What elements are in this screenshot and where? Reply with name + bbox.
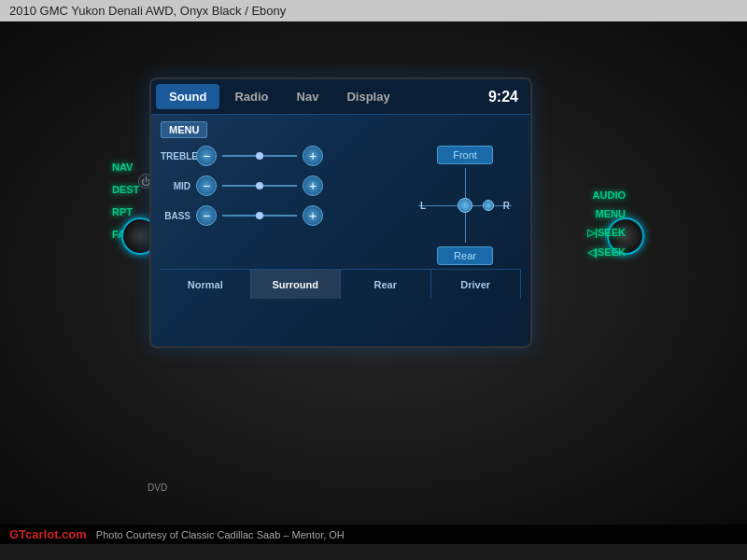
mid-track[interactable] [222,185,297,187]
bottom-tab-rear[interactable]: Rear [341,270,431,299]
bass-minus-button[interactable]: − [196,205,217,226]
balance-cross[interactable]: L R [418,168,512,243]
nav-button[interactable]: NAV [112,161,139,173]
tab-nav[interactable]: Nav [284,84,332,109]
bottom-tab-surround[interactable]: Surround [251,270,342,299]
treble-plus-button[interactable]: + [303,146,323,166]
tab-bar: Sound Radio Nav Display 9:24 [151,79,530,115]
photo-area: ⏻ NAV DEST RPT FAV AUDIO MENU ▷|SEEK ◁|S… [0,21,747,544]
front-button[interactable]: Front [437,146,493,164]
rear-button[interactable]: Rear [437,246,493,265]
top-bar: 2010 GMC Yukon Denali AWD, Onyx Black / … [0,0,747,21]
balance-dot[interactable] [458,198,472,213]
tab-radio[interactable]: Radio [221,84,281,109]
mid-row: MID − + [161,175,402,196]
treble-minus-button[interactable]: − [196,146,217,166]
balance-fade-area: Front L R Rear [409,146,521,265]
bass-row: BASS − + [161,205,402,226]
dvd-label: DVD [148,483,167,493]
treble-row: TREBLE − + [161,146,402,166]
bottom-tab-normal[interactable]: Normal [161,270,251,299]
balance-r-label: R [503,201,510,211]
treble-label: TREBLE [161,151,190,161]
menu-button[interactable]: MENU [587,208,626,219]
treble-track[interactable] [222,155,297,157]
rpt-button[interactable]: RPT [112,206,139,217]
mid-plus-button[interactable]: + [303,175,323,196]
audio-button[interactable]: AUDIO [587,189,626,201]
mid-label: MID [161,181,190,191]
dest-button[interactable]: DEST [112,184,139,195]
right-button-group: AUDIO MENU ▷|SEEK ◁|SEEK [587,189,626,259]
balance-indicator-dot[interactable] [483,200,494,211]
bottom-tab-bar: Normal Surround Rear Driver [161,269,521,299]
bseek-button[interactable]: ◁|SEEK [587,246,626,259]
mid-minus-button[interactable]: − [196,175,217,196]
tab-sound[interactable]: Sound [156,84,219,109]
bottom-tab-driver[interactable]: Driver [431,270,522,299]
balance-l-label: L [420,201,426,211]
bass-track[interactable] [222,215,297,217]
bass-label: BASS [161,211,190,221]
bottom-bar: GTcarlot.com Photo Courtesy of Classic C… [0,525,747,544]
time-display: 9:24 [488,89,526,105]
menu-btn[interactable]: MENU [161,121,207,138]
eq-area: TREBLE − + MID − [161,146,402,265]
page-title: 2010 GMC Yukon Denali AWD, Onyx Black / … [9,4,286,18]
photo-caption: Photo Courtesy of Classic Cadillac Saab … [96,529,345,540]
screen-content: MENU TREBLE − + [151,115,530,304]
bass-plus-button[interactable]: + [303,205,323,226]
tab-display[interactable]: Display [333,84,402,109]
fseek-button[interactable]: ▷|SEEK [587,227,626,239]
gtcarlot-logo: GTcarlot.com [9,527,87,541]
screen-panel: Sound Radio Nav Display 9:24 MENU [149,77,532,348]
